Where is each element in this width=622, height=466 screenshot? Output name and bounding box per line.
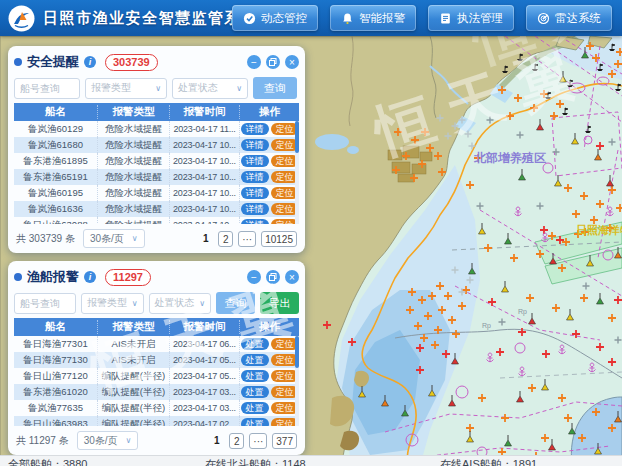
primary-action-button[interactable]: 详情: [241, 219, 269, 224]
primary-action-button[interactable]: 详情: [241, 123, 269, 135]
chevron-down-icon: ∨: [199, 299, 205, 308]
row-actions: 处置定位: [240, 352, 299, 368]
count-badge: 303739: [105, 54, 158, 71]
page-button[interactable]: 1: [198, 231, 213, 247]
primary-action-button[interactable]: 处置: [241, 386, 269, 398]
nav-item-3[interactable]: 执法管理: [428, 5, 514, 31]
ship-name-cell: 鲁岚渔60195: [14, 185, 98, 201]
close-icon[interactable]: ×: [285, 55, 299, 69]
table-row: 鲁岚渔60129危险水域提醒2023-04-17 11...详情定位: [14, 121, 299, 137]
restore-icon[interactable]: [266, 270, 280, 284]
pagination: 12···10125: [198, 231, 297, 247]
column-header: 操作: [240, 320, 299, 334]
ship-number-input[interactable]: [14, 78, 80, 99]
primary-action-button[interactable]: 详情: [241, 155, 269, 167]
row-actions: 详情定位: [240, 217, 299, 224]
page-button[interactable]: 2: [218, 231, 233, 247]
chevron-down-icon: ∨: [132, 299, 138, 308]
scrollbar-thumb[interactable]: [295, 336, 299, 368]
page-ellipsis-button[interactable]: ···: [238, 231, 256, 247]
handle-status-select[interactable]: 处置状态∨: [149, 293, 212, 314]
alarm-type-cell: 编队提醒(半径): [98, 384, 170, 400]
column-header: 报警时间: [170, 320, 240, 334]
column-header: 船名: [14, 320, 98, 334]
table-row: 鲁日山渔77120编队提醒(半径)2023-04-17 05...处置定位: [14, 368, 299, 384]
alarm-time-cell: 2023-04-17 05...: [170, 368, 240, 384]
page-button[interactable]: 2: [229, 433, 244, 449]
page-size-select[interactable]: 30条/页∨: [77, 431, 139, 450]
alarm-type-cell: 危险水域提醒: [98, 137, 170, 153]
primary-action-button[interactable]: 处置: [241, 370, 269, 382]
ship-name-cell: 鲁东港渔61895: [14, 153, 98, 169]
alarm-time-cell: 2023-04-17 11...: [170, 121, 240, 137]
info-icon[interactable]: i: [84, 271, 96, 283]
fleet-stat-1: 全部船舶：3880: [8, 457, 87, 466]
table-row: 鲁日山渔63088危险水域提醒2023-04-17 10...详情定位: [14, 217, 299, 224]
scrollbar-thumb[interactable]: [295, 121, 299, 153]
radar-icon: [537, 12, 550, 25]
law-doc-icon: [439, 12, 452, 25]
query-button[interactable]: 查询: [253, 77, 297, 99]
info-icon[interactable]: i: [84, 56, 96, 68]
nav-item-1[interactable]: 动态管控: [232, 5, 318, 31]
page-size-select[interactable]: 30条/页∨: [83, 229, 145, 248]
alarm-type-select[interactable]: 报警类型∨: [85, 78, 167, 99]
ship-name-cell: 鲁东港渔61020: [14, 384, 98, 400]
table-row: 鲁日海渔77301AIS未开启2023-04-17 06...处置定位: [14, 336, 299, 352]
primary-action-button[interactable]: 详情: [241, 203, 269, 215]
close-icon[interactable]: ×: [285, 270, 299, 284]
table-row: 鲁日山渔63983编队提醒(半径)2023-04-17 02...处置定位: [14, 416, 299, 426]
alarm-type-cell: AIS未开启: [98, 336, 170, 352]
app-title: 日照市渔业安全智慧监管系统: [43, 9, 258, 28]
export-button[interactable]: 导出: [260, 292, 299, 314]
row-actions: 详情定位: [240, 137, 299, 153]
primary-action-button[interactable]: 详情: [241, 171, 269, 183]
primary-action-button[interactable]: 详情: [241, 187, 269, 199]
alarm-time-cell: 2023-04-17 03...: [170, 384, 240, 400]
row-actions: 处置定位: [240, 400, 299, 416]
page-button[interactable]: 10125: [261, 231, 297, 247]
chevron-down-icon: ∨: [126, 436, 132, 445]
table-row: 鲁岚渔60195危险水域提醒2023-04-17 10...详情定位: [14, 185, 299, 201]
minimize-icon[interactable]: −: [247, 55, 261, 69]
primary-action-button[interactable]: 处置: [241, 418, 269, 426]
primary-action-button[interactable]: 详情: [241, 139, 269, 151]
query-button[interactable]: 查询: [216, 292, 255, 314]
page-ellipsis-button[interactable]: ···: [249, 433, 267, 449]
fleet-status-bar: 全部船舶：3880在线北斗船舶：1148在线AIS船舶：1891: [0, 455, 622, 466]
table-row: 鲁东港渔61895危险水域提醒2023-04-17 10...详情定位: [14, 153, 299, 169]
alarm-time-cell: 2023-04-17 10...: [170, 137, 240, 153]
restore-icon[interactable]: [266, 55, 280, 69]
scrollbar-track: [295, 336, 299, 426]
lake: [315, 134, 349, 150]
page-button[interactable]: 1: [209, 433, 224, 449]
nav-item-2[interactable]: 智能报警: [330, 5, 416, 31]
row-actions: 处置定位: [240, 368, 299, 384]
primary-action-button[interactable]: 处置: [241, 402, 269, 414]
alarm-time-cell: 2023-04-17 10...: [170, 201, 240, 217]
nav-item-4[interactable]: 雷达系统: [526, 5, 612, 31]
chevron-down-icon: ∨: [155, 84, 161, 93]
minimize-icon[interactable]: −: [247, 270, 261, 284]
handle-status-select[interactable]: 处置状态∨: [172, 78, 248, 99]
pagination: 12···377: [209, 433, 297, 449]
column-header: 操作: [240, 105, 299, 119]
primary-action-button[interactable]: 处置: [241, 338, 269, 350]
nav-item-label: 雷达系统: [555, 11, 601, 26]
column-header: 报警类型: [98, 320, 170, 334]
alarm-type-cell: 危险水域提醒: [98, 217, 170, 224]
panel-title: 安全提醒: [27, 53, 79, 71]
alarm-type-select[interactable]: 报警类型∨: [81, 293, 144, 314]
map-label-rp: Rp: [482, 322, 491, 330]
ship-number-input[interactable]: [14, 293, 76, 314]
nav-item-label: 智能报警: [359, 11, 405, 26]
panel-dot-icon: [14, 273, 22, 281]
vessel-alarm-panel: 渔船报警 i 11297 − × 报警类型∨ 处置状态∨ 查询 导出 船名报警类…: [8, 261, 305, 455]
alarm-time-cell: 2023-04-17 10...: [170, 169, 240, 185]
alarm-time-cell: 2023-04-17 10...: [170, 185, 240, 201]
page-button[interactable]: 377: [272, 433, 297, 449]
primary-action-button[interactable]: 处置: [241, 354, 269, 366]
alarm-time-cell: 2023-04-17 06...: [170, 336, 240, 352]
table-row: 鲁岚渔61636危险水域提醒2023-04-17 10...详情定位: [14, 201, 299, 217]
column-header: 报警类型: [98, 105, 170, 119]
